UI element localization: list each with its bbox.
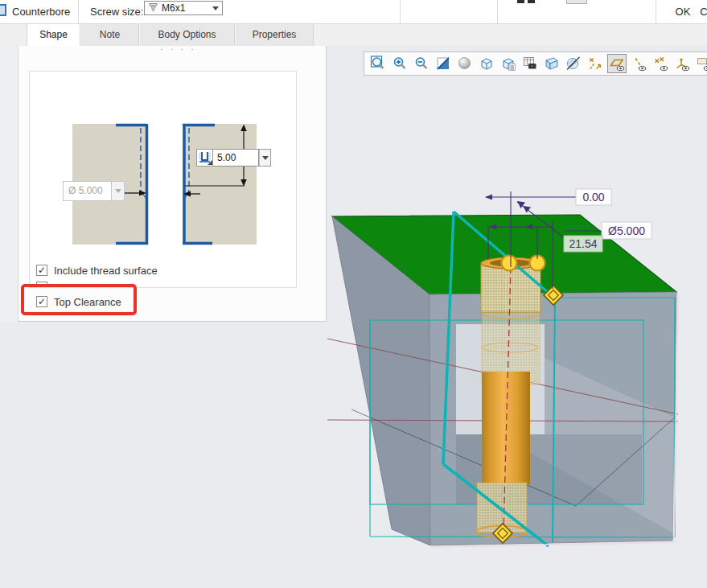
- tab-properties[interactable]: Properties: [235, 24, 314, 46]
- screw-icon: [148, 2, 158, 14]
- depth-dimension-label[interactable]: 21.54: [564, 236, 602, 252]
- checkbox-label: Include thread surface: [54, 265, 158, 277]
- chevron-down-icon: [212, 6, 219, 10]
- cancel-button[interactable]: C: [699, 0, 707, 24]
- depth-type-button[interactable]: [196, 149, 213, 167]
- checkbox-exit-countersink[interactable]: Exit Countersink: [36, 281, 130, 288]
- checkbox-box[interactable]: [36, 282, 47, 288]
- diameter-dropdown-button[interactable]: [112, 181, 125, 201]
- diameter-drag-handle[interactable]: [502, 256, 517, 271]
- checkbox-top-clearance[interactable]: ✓ Top Clearance: [36, 295, 121, 308]
- checkbox-include-thread-surface[interactable]: ✓ Include thread surface: [36, 264, 158, 277]
- svg-text:0.00: 0.00: [582, 191, 604, 204]
- counterbore-diameter-input[interactable]: Ø 5.000: [63, 181, 112, 201]
- feature-title: Counterbore: [12, 0, 70, 24]
- depth-input-group: 5.00: [196, 149, 271, 167]
- svg-text:Ø5.000: Ø5.000: [608, 224, 645, 237]
- clipped-icon: [528, 0, 535, 3]
- checkbox-label: Top Clearance: [54, 296, 121, 308]
- clipped-icon: [517, 0, 524, 3]
- screw-size-value: M6x1: [162, 2, 212, 14]
- dashboard-tabbar: Shape Note Body Options Properties: [0, 24, 707, 46]
- chevron-down-icon: [115, 189, 121, 193]
- tab-note[interactable]: Note: [80, 24, 139, 46]
- svg-text:21.54: 21.54: [569, 237, 597, 250]
- hole-section-diagram: [30, 72, 297, 288]
- feature-dialog-icon: [0, 4, 6, 16]
- ok-button[interactable]: OK: [669, 0, 697, 24]
- checkbox-box[interactable]: ✓: [36, 296, 47, 307]
- screw-size-select[interactable]: M6x1: [144, 1, 223, 15]
- shape-panel: · · · · Ø 5.000: [18, 46, 327, 322]
- shape-preview-area: Ø 5.000 5.00 ✓ Include thread surface Ex…: [29, 71, 297, 288]
- graphics-viewport[interactable]: 0.00 Ø5.000 21.54: [327, 46, 707, 588]
- checkbox-box[interactable]: ✓: [36, 265, 47, 276]
- left-gutter: [0, 46, 18, 322]
- counterbore-diameter-input-group: Ø 5.000: [63, 181, 125, 201]
- blind-depth-icon: [197, 150, 212, 166]
- separator: [497, 0, 498, 24]
- tab-shape[interactable]: Shape: [27, 24, 80, 46]
- offset-dimension-label[interactable]: 0.00: [576, 189, 611, 205]
- clipped-button: [566, 0, 587, 4]
- tab-body-options[interactable]: Body Options: [139, 24, 235, 46]
- model-scene: 0.00 Ø5.000 21.54: [327, 46, 707, 588]
- diameter-dimension-label[interactable]: Ø5.000: [602, 222, 652, 239]
- right-section-block: [183, 124, 257, 245]
- depth-value-input[interactable]: 5.00: [213, 149, 259, 167]
- command-bar: Counterbore Screw size: M6x1 OK C: [0, 0, 707, 24]
- separator: [656, 0, 656, 24]
- panel-drag-handle[interactable]: · · · ·: [160, 44, 196, 54]
- separator: [78, 0, 79, 24]
- checkbox-label: Exit Countersink: [54, 282, 130, 289]
- separator: [400, 0, 401, 24]
- depth-dropdown-button[interactable]: [259, 149, 271, 167]
- screw-size-label: Screw size:: [90, 0, 143, 24]
- chevron-down-icon: [262, 156, 269, 160]
